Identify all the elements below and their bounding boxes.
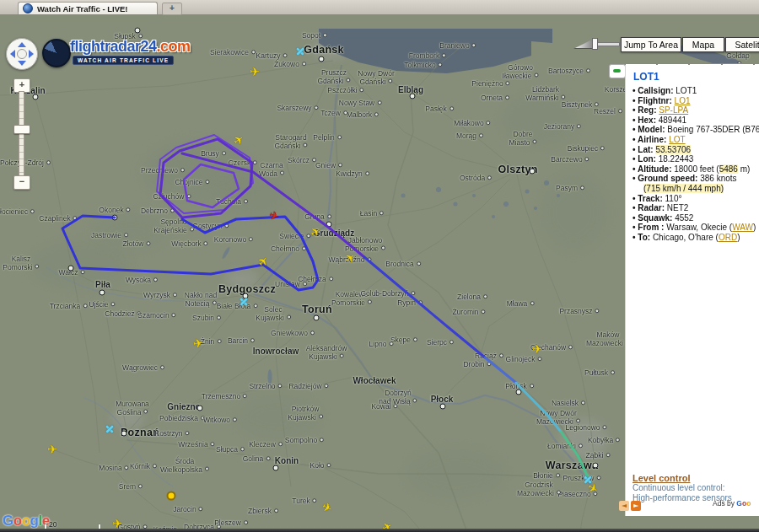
radar-icon xyxy=(42,39,71,67)
ad-block: Level control Continuous level control: … xyxy=(632,473,759,502)
ad-title-link[interactable]: Level control xyxy=(632,473,690,483)
flight-detail-row: Model: Boeing 767-35DER (B763) xyxy=(632,125,759,135)
flight-detail-row: Airline: LOT xyxy=(632,135,759,145)
ad-nav: ◄► xyxy=(619,496,643,511)
aircraft-icon[interactable]: ✈ xyxy=(192,336,204,351)
field-link[interactable]: LOT xyxy=(669,135,685,144)
satellite-type-button[interactable]: Satelita xyxy=(725,37,759,52)
flight-details-list: Callsign: LOT1Flightnr: LO1Reg: SP-LPAHe… xyxy=(626,86,759,243)
status-bar-strip xyxy=(0,529,759,532)
browser-tab-title: Watch Air Traffic - LIVE! xyxy=(37,4,128,13)
map-type-button[interactable]: Mapa xyxy=(682,37,724,52)
field-value: ) xyxy=(737,233,740,242)
field-value: (715 km/h / 444 mph) xyxy=(643,184,724,193)
flight-detail-row: Track: 110° xyxy=(632,194,759,204)
zoom-out-button[interactable]: − xyxy=(13,175,30,190)
field-label: Lon: xyxy=(638,154,658,164)
flight-detail-row: Callsign: LOT1 xyxy=(632,86,759,96)
selected-aircraft-icon[interactable]: ✈ xyxy=(267,208,280,223)
waypoint-x-marker xyxy=(105,425,115,434)
zoom-slider-handle[interactable] xyxy=(13,125,30,134)
field-value: NET2 xyxy=(667,203,689,212)
field-label: Hex: xyxy=(638,116,658,125)
pan-down-icon[interactable] xyxy=(18,61,26,66)
aircraft-icon[interactable]: ✈ xyxy=(47,443,57,456)
field-value: 489441 xyxy=(659,116,686,125)
field-value: LOT1 xyxy=(676,86,697,95)
field-link[interactable]: ORD xyxy=(719,233,737,242)
field-label: Squawk: xyxy=(638,213,675,223)
ads-by-google-label[interactable]: Ads by Goo xyxy=(713,499,751,508)
aircraft-icon[interactable]: ✈ xyxy=(532,342,542,356)
logo-text: flightradar24.com xyxy=(70,38,191,56)
site-favicon-icon xyxy=(23,3,33,13)
aircraft-icon[interactable]: ✈ xyxy=(255,253,272,269)
flight-detail-row: To: Chicago, O'hare (ORD) xyxy=(632,233,759,243)
aircraft-icon[interactable]: ✈ xyxy=(250,65,260,78)
field-label: Callsign: xyxy=(638,86,676,95)
ad-next-button[interactable]: ► xyxy=(631,501,641,511)
field-value: Chicago, O'hare ( xyxy=(653,233,719,242)
overlay-slider-handle[interactable] xyxy=(592,38,598,50)
field-value: 53.53706 xyxy=(655,145,691,154)
waypoint-x-marker xyxy=(240,298,249,307)
field-label: Model: xyxy=(638,125,667,134)
field-value: 18000 feet ( xyxy=(674,164,719,174)
zoom-slider-track[interactable] xyxy=(19,91,24,177)
browser-tab-bar: Watch Air Traffic - LIVE! + xyxy=(0,0,759,15)
browser-window: Watch Air Traffic - LIVE! + xyxy=(0,0,759,532)
field-label: From : xyxy=(638,223,666,232)
field-value: 5486 xyxy=(719,164,738,174)
flight-callsign-title: LOT1 xyxy=(633,71,759,83)
map-pan-control[interactable] xyxy=(6,38,38,70)
flight-detail-row: Lon: 18.22443 xyxy=(632,154,759,164)
aircraft-icon[interactable]: ✈ xyxy=(308,223,323,240)
field-label: Flightnr: xyxy=(638,96,674,105)
receiver-dot-marker xyxy=(167,492,176,501)
field-value: 386 knots xyxy=(700,174,736,183)
flight-detail-row: Squawk: 4552 xyxy=(632,213,759,223)
field-label: Altitude: xyxy=(638,164,674,174)
field-label: To: xyxy=(638,233,653,242)
ad-text-line: Continuous level control: xyxy=(632,483,759,493)
field-label: Lat: xyxy=(638,145,655,154)
aircraft-icon[interactable]: ✈ xyxy=(320,499,334,515)
jump-to-area-button[interactable]: Jump To Area xyxy=(621,37,681,52)
browser-tab[interactable]: Watch Air Traffic - LIVE! xyxy=(18,2,158,14)
flight-detail-row: Reg: SP-LPA xyxy=(632,105,759,116)
field-label: Ground speed: xyxy=(638,174,700,183)
waypoint-x-marker xyxy=(584,476,593,485)
field-link[interactable]: SP-LPA xyxy=(659,105,688,115)
field-value: m) xyxy=(738,164,750,174)
field-value: 4552 xyxy=(675,213,693,223)
waypoint-x-marker xyxy=(296,47,305,56)
field-link[interactable]: LO1 xyxy=(675,96,691,105)
pan-left-icon[interactable] xyxy=(10,50,15,58)
flight-detail-row: Radar: NET2 xyxy=(632,203,759,213)
ad-prev-button[interactable]: ◄ xyxy=(619,501,629,511)
field-link[interactable]: WAW xyxy=(732,223,753,232)
aircraft-icon[interactable]: ✈ xyxy=(342,250,358,266)
pan-center-icon[interactable] xyxy=(17,49,27,59)
field-value: 110° xyxy=(665,194,682,203)
field-label: Radar: xyxy=(638,203,666,212)
logo-tagline: WATCH AIR TRAFFIC LIVE xyxy=(73,56,174,65)
new-tab-button[interactable]: + xyxy=(162,3,182,15)
pan-right-icon[interactable] xyxy=(29,50,34,58)
field-value: Boeing 767-35DER (B763) xyxy=(667,125,759,134)
flight-detail-row: From : Warsaw, Okecie (WAW) xyxy=(632,223,759,233)
flight-detail-row: Ground speed: 386 knots(715 km/h / 444 m… xyxy=(632,174,759,193)
field-value: ) xyxy=(753,223,756,232)
pan-up-icon[interactable] xyxy=(18,42,26,47)
flight-detail-row: Altitude: 18000 feet (5486 m) xyxy=(632,164,759,175)
panel-minimize-button[interactable] xyxy=(609,64,626,78)
field-label: Airline: xyxy=(638,135,669,144)
flight-detail-row: Flightnr: LO1 xyxy=(632,96,759,106)
aircraft-icon[interactable]: ✈ xyxy=(231,132,247,148)
minimize-icon xyxy=(613,69,621,73)
field-value: Warsaw, Okecie ( xyxy=(666,223,732,232)
field-label: Track: xyxy=(638,194,665,203)
field-value: 18.22443 xyxy=(659,154,694,164)
google-logo[interactable]: Google xyxy=(3,513,50,529)
flight-detail-row: Lat: 53.53706 xyxy=(632,145,759,155)
